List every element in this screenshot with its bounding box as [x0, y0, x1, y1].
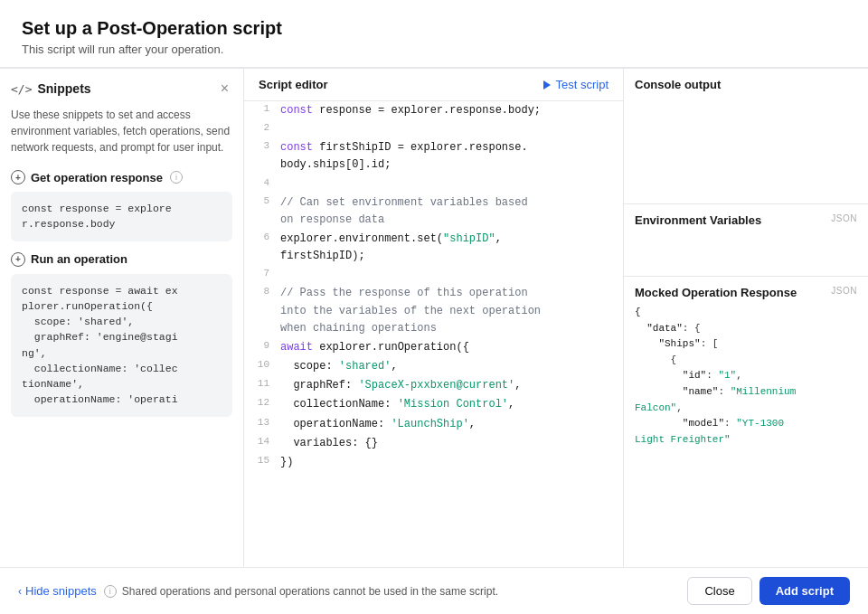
mocked-json-label: JSON — [831, 286, 857, 296]
editor-content[interactable]: 1 const response = explorer.response.bod… — [244, 101, 623, 567]
sidebar-description: Use these snippets to set and access env… — [11, 107, 232, 156]
snippet-title-row-2: + Run an operation — [11, 252, 232, 267]
line-num-7: 7 — [244, 267, 280, 279]
line-num-1: 1 — [244, 102, 280, 114]
line-code-9: await explorer.runOperation({ — [280, 339, 623, 356]
test-script-label: Test script — [555, 78, 609, 91]
snippet-add-icon-2[interactable]: + — [11, 252, 25, 267]
line-num-4: 4 — [244, 176, 280, 188]
snippet-title-2: Run an operation — [31, 252, 127, 266]
code-line-12: 12 collectionName: 'Mission Control', — [244, 395, 623, 414]
code-line-3: 3 const firstShipID = explorer.response.… — [244, 138, 623, 175]
line-num-10: 10 — [244, 358, 280, 370]
code-icon: </> — [11, 82, 32, 96]
line-num-15: 15 — [244, 454, 280, 466]
hide-snippets-button[interactable]: ‹ Hide snippets — [18, 584, 97, 598]
line-num-8: 8 — [244, 285, 280, 297]
line-code-14: variables: {} — [280, 435, 623, 452]
dialog-subtitle: This script will run after your operatio… — [22, 43, 846, 56]
line-code-8: // Pass the response of this operationin… — [280, 285, 623, 337]
env-title: Environment Variables JSON — [635, 213, 857, 227]
dialog-title: Set up a Post-Operation script — [22, 18, 846, 39]
sidebar-title-row: </> Snippets — [11, 81, 91, 96]
snippet-title-row-1: + Get operation response i — [11, 170, 232, 184]
line-code-13: operationName: 'LaunchShip', — [280, 416, 623, 433]
right-panel: Console output Environment Variables JSO… — [624, 69, 868, 567]
env-json-label: JSON — [831, 213, 857, 223]
code-line-5: 5 // Can set environment variables based… — [244, 194, 623, 230]
code-line-4: 4 — [244, 175, 623, 194]
code-line-10: 10 scope: 'shared', — [244, 357, 623, 376]
snippet-title-1: Get operation response — [31, 171, 163, 184]
code-line-1: 1 const response = explorer.response.bod… — [244, 101, 623, 120]
close-dialog-button[interactable]: Close — [687, 577, 751, 605]
line-num-6: 6 — [244, 231, 280, 242]
code-line-9: 9 await explorer.runOperation({ — [244, 338, 623, 357]
footer-info-text: Shared operations and personal operation… — [122, 585, 498, 598]
line-num-11: 11 — [244, 377, 280, 389]
console-section: Console output — [624, 69, 868, 204]
snippet-code-1: const response = explorer.response.body — [11, 192, 232, 241]
line-num-9: 9 — [244, 339, 280, 351]
play-icon — [543, 80, 551, 90]
line-code-12: collectionName: 'Mission Control', — [280, 396, 623, 413]
dialog-body: </> Snippets × Use these snippets to set… — [0, 68, 868, 567]
line-code-6: explorer.environment.set("shipID",firstS… — [280, 231, 623, 265]
line-num-14: 14 — [244, 435, 280, 447]
snippet-get-operation-response: + Get operation response i const respons… — [11, 170, 232, 241]
console-title: Console output — [635, 78, 857, 91]
hide-snippets-label: Hide snippets — [25, 584, 97, 598]
script-editor: Script editor Test script 1 const respon… — [244, 69, 624, 567]
sidebar-title: Snippets — [37, 81, 90, 96]
code-line-15: 15 }) — [244, 453, 623, 472]
line-num-12: 12 — [244, 396, 280, 408]
add-script-button[interactable]: Add script — [760, 577, 850, 605]
mocked-section: Mocked Operation Response JSON { "data":… — [624, 277, 868, 567]
dialog-footer: ‹ Hide snippets i Shared operations and … — [0, 567, 868, 614]
code-line-7: 7 — [244, 266, 623, 284]
mocked-title: Mocked Operation Response JSON — [635, 286, 857, 299]
test-script-button[interactable]: Test script — [543, 78, 609, 91]
code-line-11: 11 graphRef: 'SpaceX-pxxbxen@current', — [244, 376, 623, 395]
line-code-1: const response = explorer.response.body; — [280, 102, 623, 119]
environment-variables-section: Environment Variables JSON — [624, 204, 868, 277]
code-line-8: 8 // Pass the response of this operation… — [244, 284, 623, 338]
line-num-3: 3 — [244, 139, 280, 151]
code-line-13: 13 operationName: 'LaunchShip', — [244, 415, 623, 434]
code-line-2: 2 — [244, 120, 623, 138]
line-code-5: // Can set environment variables basedon… — [280, 194, 623, 229]
info-icon-1[interactable]: i — [170, 171, 183, 184]
line-code-15: }) — [280, 454, 623, 471]
editor-title: Script editor — [259, 78, 328, 91]
line-num-5: 5 — [244, 194, 280, 206]
line-code-11: graphRef: 'SpaceX-pxxbxen@current', — [280, 377, 623, 394]
dialog: Set up a Post-Operation script This scri… — [0, 0, 868, 614]
close-snippets-button[interactable]: × — [217, 80, 232, 98]
snippet-add-icon-1[interactable]: + — [11, 170, 25, 184]
editor-header: Script editor Test script — [244, 69, 623, 101]
line-code-3: const firstShipID = explorer.response.bo… — [280, 139, 623, 174]
code-line-14: 14 variables: {} — [244, 434, 623, 453]
footer-right: Close Add script — [687, 577, 850, 605]
info-icon-footer: i — [104, 585, 117, 598]
footer-left: ‹ Hide snippets i Shared operations and … — [18, 584, 498, 598]
snippet-run-operation: + Run an operation const response = awai… — [11, 252, 232, 417]
line-code-10: scope: 'shared', — [280, 358, 623, 375]
sidebar: </> Snippets × Use these snippets to set… — [0, 69, 244, 567]
footer-info: i Shared operations and personal operati… — [104, 585, 498, 598]
line-num-13: 13 — [244, 416, 280, 428]
snippet-code-2: const response = await explorer.runOpera… — [11, 274, 232, 417]
line-num-2: 2 — [244, 121, 280, 133]
code-line-6: 6 explorer.environment.set("shipID",firs… — [244, 230, 623, 266]
sidebar-header: </> Snippets × — [11, 80, 232, 98]
chevron-left-icon: ‹ — [18, 585, 22, 598]
dialog-header: Set up a Post-Operation script This scri… — [0, 0, 868, 68]
mocked-content: { "data": { "Ships": [ { "id": "1", "nam… — [635, 305, 857, 558]
